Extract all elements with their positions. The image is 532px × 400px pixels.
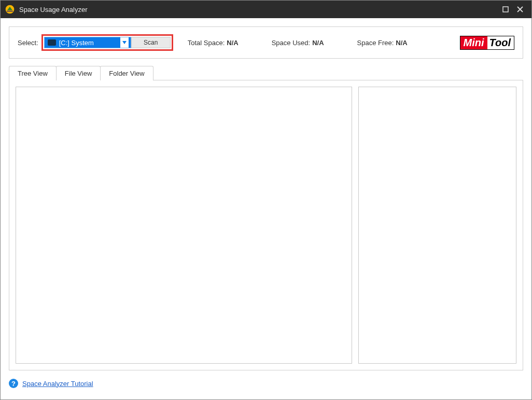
disk-icon [48, 39, 56, 46]
chevron-down-icon [120, 37, 129, 48]
logo-part1: Mini [460, 36, 487, 49]
app-icon [5, 4, 15, 15]
logo-part2: Tool [487, 36, 514, 49]
svg-rect-2 [503, 7, 508, 12]
highlight-box: [C:] System Scan [41, 34, 173, 51]
tab-content [9, 80, 523, 370]
window-title: Space Usage Analyzer [19, 6, 88, 13]
total-space-value: N/A [227, 39, 238, 47]
tab-file-view[interactable]: File View [56, 66, 101, 80]
total-space-label: Total Space: [188, 39, 225, 47]
help-icon: ? [9, 379, 18, 388]
tab-tree-view[interactable]: Tree View [9, 66, 57, 80]
close-button[interactable] [513, 2, 527, 17]
svg-rect-1 [7, 11, 13, 12]
details-panel [358, 87, 516, 364]
toolbar: Select: [C:] System Scan Total Space: N/… [9, 26, 523, 59]
space-used-label: Space Used: [272, 39, 310, 47]
space-used: Space Used: N/A [272, 39, 324, 47]
minitool-logo: Mini Tool [460, 36, 514, 50]
space-free-value: N/A [396, 39, 407, 47]
tutorial-link[interactable]: Space Analyzer Tutorial [22, 380, 93, 388]
scan-button[interactable]: Scan [131, 37, 171, 48]
tabs: Tree View File View Folder View [9, 66, 523, 80]
footer: ? Space Analyzer Tutorial [1, 375, 531, 394]
select-label: Select: [18, 39, 38, 47]
tab-folder-view[interactable]: Folder View [100, 66, 153, 80]
maximize-button[interactable] [498, 2, 513, 17]
drive-select[interactable]: [C:] System [44, 37, 131, 48]
space-free-label: Space Free: [357, 39, 394, 47]
titlebar: Space Usage Analyzer [1, 1, 531, 18]
space-free: Space Free: N/A [357, 39, 408, 47]
space-used-value: N/A [312, 39, 324, 47]
drive-selected-text: [C:] System [59, 39, 94, 47]
total-space: Total Space: N/A [188, 39, 239, 47]
tree-panel [16, 87, 352, 364]
